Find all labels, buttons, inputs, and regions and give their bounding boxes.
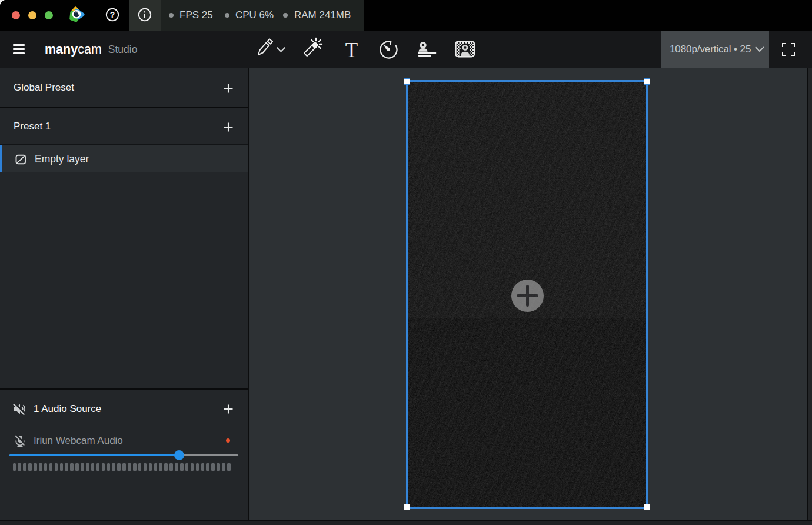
svg-text:T: T	[345, 39, 358, 62]
svg-text:?: ?	[110, 10, 115, 19]
